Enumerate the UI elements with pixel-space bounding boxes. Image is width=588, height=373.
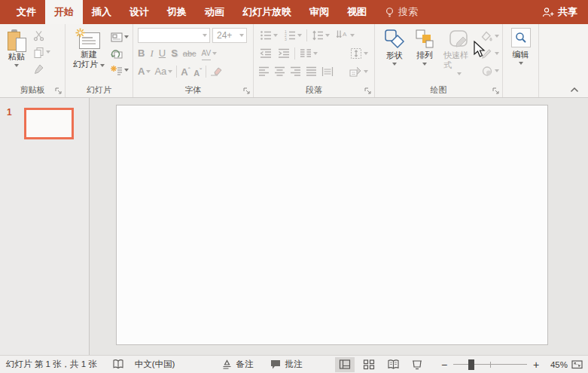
shapes-icon xyxy=(383,28,406,50)
tab-design[interactable]: 设计 xyxy=(120,0,158,24)
comments-label: 批注 xyxy=(285,359,302,370)
section-icon xyxy=(111,65,123,75)
slideshow-view-button[interactable] xyxy=(407,357,427,372)
reading-view-button[interactable] xyxy=(383,357,403,372)
underline-button[interactable]: U xyxy=(159,47,166,60)
tab-home[interactable]: 开始 xyxy=(45,0,83,24)
increase-indent-button[interactable] xyxy=(276,47,291,60)
clear-formatting-button[interactable] xyxy=(210,66,222,78)
align-center-button[interactable] xyxy=(274,66,285,77)
font-size-combobox[interactable]: 24+ xyxy=(212,28,247,43)
language-button[interactable]: 中文(中国) xyxy=(135,359,175,370)
character-spacing-label: AV xyxy=(202,47,212,60)
font-name-combobox[interactable] xyxy=(138,28,210,43)
share-button[interactable]: 共享 xyxy=(542,0,577,24)
align-right-button[interactable] xyxy=(290,66,301,77)
text-direction-button[interactable]: A xyxy=(334,29,356,42)
reset-slide-button[interactable] xyxy=(109,47,130,60)
quick-styles-button[interactable]: 快速样式 xyxy=(441,26,477,85)
clipboard-dialog-launcher[interactable] xyxy=(55,87,62,95)
change-case-button[interactable]: Aa xyxy=(154,66,172,78)
eraser-icon xyxy=(210,66,222,76)
status-bar: 幻灯片 第 1 张，共 1 张 中文(中国) 备注 批注 − + xyxy=(0,355,588,373)
zoom-level[interactable]: 45% xyxy=(542,360,568,369)
align-text-vertical-button[interactable] xyxy=(349,47,370,60)
arrange-button[interactable]: 排列 xyxy=(411,26,438,85)
ribbon-group-paragraph: 123 A xyxy=(254,24,375,97)
ribbon-group-clipboard: 粘贴 剪贴板 xyxy=(0,24,66,97)
svg-text:A: A xyxy=(343,31,347,38)
text-shadow-button[interactable]: S xyxy=(171,47,178,60)
slide-sorter-view-button[interactable] xyxy=(359,357,379,372)
shapes-button[interactable]: 形状 xyxy=(381,26,408,85)
notes-icon xyxy=(221,359,233,370)
slide-thumbnail-panel: 1 xyxy=(0,98,90,355)
zoom-in-button[interactable]: + xyxy=(532,359,541,371)
ribbon-tab-bar: 文件 开始 插入 设计 切换 动画 幻灯片放映 审阅 视图 搜索 共享 xyxy=(0,0,588,24)
shrink-font-button[interactable]: Aˇ xyxy=(193,65,202,79)
justify-button[interactable] xyxy=(306,66,317,77)
align-text-icon xyxy=(350,47,362,60)
svg-text:3: 3 xyxy=(285,37,287,41)
tab-file[interactable]: 文件 xyxy=(8,0,45,24)
arrange-label: 排列 xyxy=(416,50,433,60)
strikethrough-button[interactable]: abc xyxy=(183,47,197,60)
increase-indent-icon xyxy=(278,48,290,59)
paragraph-dialog-launcher[interactable] xyxy=(364,87,372,95)
format-painter-button[interactable] xyxy=(32,62,52,75)
new-slide-button[interactable]: 新建 幻灯片 xyxy=(71,26,107,85)
zoom-out-button[interactable]: − xyxy=(440,359,449,371)
distribute-columns-button[interactable] xyxy=(321,66,334,77)
tab-animations[interactable]: 动画 xyxy=(196,0,233,24)
slide-sorter-icon xyxy=(363,359,375,370)
bold-button[interactable]: B xyxy=(138,47,145,60)
change-case-label: Aa xyxy=(154,66,166,78)
comments-button[interactable]: 批注 xyxy=(270,359,302,370)
align-left-button[interactable] xyxy=(258,66,270,77)
font-dialog-launcher[interactable] xyxy=(243,87,251,95)
section-button[interactable] xyxy=(109,63,130,77)
proofing-book-icon xyxy=(112,359,124,370)
group-label-drawing: 绘图 xyxy=(375,84,502,96)
layout-button[interactable] xyxy=(109,30,130,44)
columns-button[interactable] xyxy=(298,47,319,60)
notes-button[interactable]: 备注 xyxy=(221,359,253,370)
grow-font-button[interactable]: Aˆ xyxy=(181,64,190,78)
line-spacing-button[interactable] xyxy=(310,29,331,42)
convert-to-smartart-button[interactable] xyxy=(348,65,370,78)
slide-canvas[interactable] xyxy=(116,105,548,345)
shape-outline-button[interactable] xyxy=(480,47,501,60)
tab-review[interactable]: 审阅 xyxy=(300,0,338,24)
slideshow-icon xyxy=(411,359,423,370)
fit-to-window-button[interactable] xyxy=(571,359,583,370)
shape-effects-button[interactable] xyxy=(480,64,501,78)
tab-slideshow[interactable]: 幻灯片放映 xyxy=(233,0,300,24)
bullets-button[interactable] xyxy=(258,29,279,42)
normal-view-button[interactable] xyxy=(335,357,355,372)
italic-button[interactable]: I xyxy=(150,47,153,60)
tab-view[interactable]: 视图 xyxy=(338,0,376,24)
cut-button[interactable] xyxy=(32,29,52,42)
paste-button[interactable]: 粘贴 xyxy=(5,26,29,85)
copy-button[interactable] xyxy=(32,45,52,59)
tab-insert[interactable]: 插入 xyxy=(83,0,120,24)
character-spacing-button[interactable]: AV xyxy=(202,47,218,60)
fit-to-window-icon xyxy=(571,359,583,370)
shape-fill-button[interactable] xyxy=(480,29,501,43)
numbering-button[interactable]: 123 xyxy=(282,29,303,42)
spell-check-button[interactable] xyxy=(112,359,124,370)
share-person-icon xyxy=(542,7,554,18)
decrease-indent-button[interactable] xyxy=(258,47,273,60)
font-color-button[interactable]: A xyxy=(138,66,151,78)
drawing-dialog-launcher[interactable] xyxy=(492,87,500,95)
shapes-label: 形状 xyxy=(386,50,403,60)
slide-thumbnail-1[interactable] xyxy=(24,108,74,139)
zoom-slider[interactable] xyxy=(453,359,527,370)
editing-button[interactable]: 编辑 xyxy=(509,26,533,85)
tell-me-search[interactable]: 搜索 xyxy=(385,0,418,24)
tab-transitions[interactable]: 切换 xyxy=(158,0,196,24)
zoom-slider-thumb[interactable] xyxy=(468,359,474,370)
reset-icon xyxy=(111,48,123,60)
collapse-ribbon-button[interactable] xyxy=(570,87,579,93)
reading-view-icon xyxy=(387,359,400,370)
